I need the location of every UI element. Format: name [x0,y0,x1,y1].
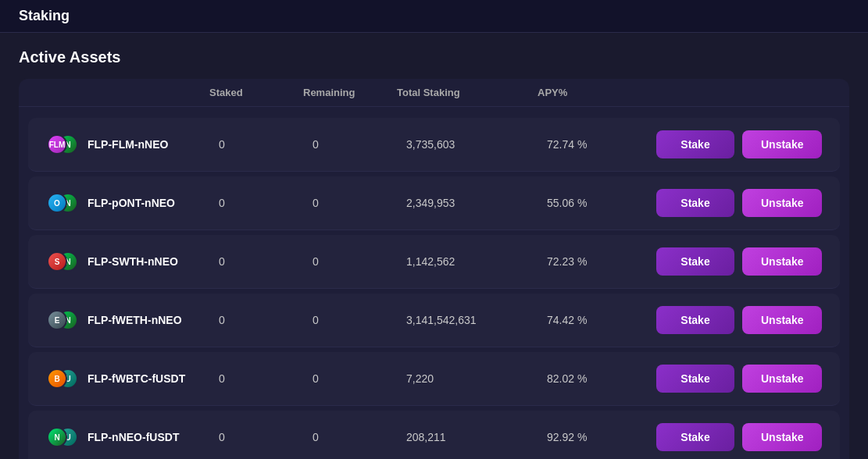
table-container: Staked Remaining Total Staking APY% FLM … [19,79,849,459]
icon-left-flp-flm-nneo: FLM [47,134,67,155]
header-actions [647,87,830,98]
staked-value-flp-fweth-nneo: 0 [219,314,313,326]
remaining-value-flp-fwbtc-fusdt: 0 [313,372,406,385]
header-staked: Staked [209,87,303,98]
asset-icon-flp-pont-nneo: O N [47,187,78,219]
staked-value-flp-fwbtc-fusdt: 0 [219,372,313,385]
icon-left-flp-nneo-fusdt: N [47,427,67,447]
table-row: E N FLP-fWETH-nNEO 0 0 3,141,542,631 74.… [28,294,840,347]
apy-value-flp-swth-nneo: 72.23 % [547,255,656,268]
total-staking-value-flp-flm-nneo: 3,735,603 [406,138,547,151]
total-staking-value-flp-nneo-fusdt: 208,211 [406,431,547,443]
stake-button-flp-swth-nneo[interactable]: Stake [656,247,734,276]
asset-name-flp-flm-nneo: FLP-FLM-nNEO [88,138,168,151]
asset-cell-flp-pont-nneo: O N FLP-pONT-nNEO [47,187,219,219]
staked-value-flp-swth-nneo: 0 [219,255,313,268]
main-content: Active Assets Staked Remaining Total Sta… [0,33,868,459]
asset-cell-flp-swth-nneo: S N FLP-SWTH-nNEO [47,246,219,277]
actions-cell-flp-fweth-nneo: Stake Unstake [656,306,822,334]
actions-cell-flp-pont-nneo: Stake Unstake [656,189,822,217]
apy-value-flp-flm-nneo: 72.74 % [547,138,656,151]
asset-name-flp-fwbtc-fusdt: FLP-fWBTC-fUSDT [88,372,185,385]
stake-button-flp-fwbtc-fusdt[interactable]: Stake [656,365,734,393]
icon-left-flp-fwbtc-fusdt: B [47,368,67,389]
unstake-button-flp-fweth-nneo[interactable]: Unstake [742,306,822,334]
asset-name-flp-nneo-fusdt: FLP-nNEO-fUSDT [88,431,179,443]
header-remaining: Remaining [303,87,397,98]
stake-button-flp-flm-nneo[interactable]: Stake [656,130,734,158]
apy-value-flp-fwbtc-fusdt: 82.02 % [547,372,656,385]
total-staking-value-flp-swth-nneo: 1,142,562 [406,255,547,268]
app-title: Staking [19,8,70,23]
asset-name-flp-fweth-nneo: FLP-fWETH-nNEO [88,314,182,326]
total-staking-value-flp-pont-nneo: 2,349,953 [406,197,547,209]
staked-value-flp-flm-nneo: 0 [219,138,313,151]
actions-cell-flp-flm-nneo: Stake Unstake [656,130,822,158]
table-row: S N FLP-SWTH-nNEO 0 0 1,142,562 72.23 % … [28,235,840,289]
unstake-button-flp-pont-nneo[interactable]: Unstake [742,189,822,217]
icon-left-flp-fweth-nneo: E [47,310,67,330]
stake-button-flp-nneo-fusdt[interactable]: Stake [656,423,734,451]
unstake-button-flp-swth-nneo[interactable]: Unstake [742,247,822,276]
rows-wrapper: FLM N FLP-FLM-nNEO 0 0 3,735,603 72.74 %… [19,107,849,459]
remaining-value-flp-fweth-nneo: 0 [313,314,406,326]
table-row: O N FLP-pONT-nNEO 0 0 2,349,953 55.06 % … [28,176,840,230]
total-staking-value-flp-fweth-nneo: 3,141,542,631 [406,314,547,326]
table-row: FLM N FLP-FLM-nNEO 0 0 3,735,603 72.74 %… [28,118,840,172]
unstake-button-flp-nneo-fusdt[interactable]: Unstake [742,423,822,451]
apy-value-flp-pont-nneo: 55.06 % [547,197,656,209]
section-title: Active Assets [19,48,849,66]
asset-icon-flp-flm-nneo: FLM N [47,129,78,160]
asset-cell-flp-nneo-fusdt: N U FLP-nNEO-fUSDT [47,422,219,453]
stake-button-flp-pont-nneo[interactable]: Stake [656,189,734,217]
asset-cell-flp-flm-nneo: FLM N FLP-FLM-nNEO [47,129,219,160]
asset-name-flp-pont-nneo: FLP-pONT-nNEO [88,197,175,209]
header-asset [38,87,209,98]
asset-icon-flp-fweth-nneo: E N [47,304,78,336]
staked-value-flp-pont-nneo: 0 [219,197,313,209]
top-bar: Staking [0,0,868,33]
remaining-value-flp-nneo-fusdt: 0 [313,431,406,443]
header-apy: APY% [538,87,647,98]
actions-cell-flp-swth-nneo: Stake Unstake [656,247,822,276]
asset-name-flp-swth-nneo: FLP-SWTH-nNEO [88,255,178,268]
unstake-button-flp-fwbtc-fusdt[interactable]: Unstake [742,365,822,393]
unstake-button-flp-flm-nneo[interactable]: Unstake [742,130,822,158]
remaining-value-flp-pont-nneo: 0 [313,197,406,209]
remaining-value-flp-swth-nneo: 0 [313,255,406,268]
actions-cell-flp-nneo-fusdt: Stake Unstake [656,423,822,451]
table-row: B U FLP-fWBTC-fUSDT 0 0 7,220 82.02 % St… [28,352,840,406]
table-header: Staked Remaining Total Staking APY% [19,79,849,107]
table-row: N U FLP-nNEO-fUSDT 0 0 208,211 92.92 % S… [28,411,840,459]
asset-icon-flp-swth-nneo: S N [47,246,78,277]
header-total-staking: Total Staking [397,87,538,98]
asset-cell-flp-fwbtc-fusdt: B U FLP-fWBTC-fUSDT [47,363,219,394]
stake-button-flp-fweth-nneo[interactable]: Stake [656,306,734,334]
remaining-value-flp-flm-nneo: 0 [313,138,406,151]
icon-left-flp-pont-nneo: O [47,193,67,213]
icon-left-flp-swth-nneo: S [47,251,67,272]
apy-value-flp-nneo-fusdt: 92.92 % [547,431,656,443]
staked-value-flp-nneo-fusdt: 0 [219,431,313,443]
total-staking-value-flp-fwbtc-fusdt: 7,220 [406,372,547,385]
asset-cell-flp-fweth-nneo: E N FLP-fWETH-nNEO [47,304,219,336]
apy-value-flp-fweth-nneo: 74.42 % [547,314,656,326]
asset-icon-flp-nneo-fusdt: N U [47,422,78,453]
actions-cell-flp-fwbtc-fusdt: Stake Unstake [656,365,822,393]
asset-icon-flp-fwbtc-fusdt: B U [47,363,78,394]
